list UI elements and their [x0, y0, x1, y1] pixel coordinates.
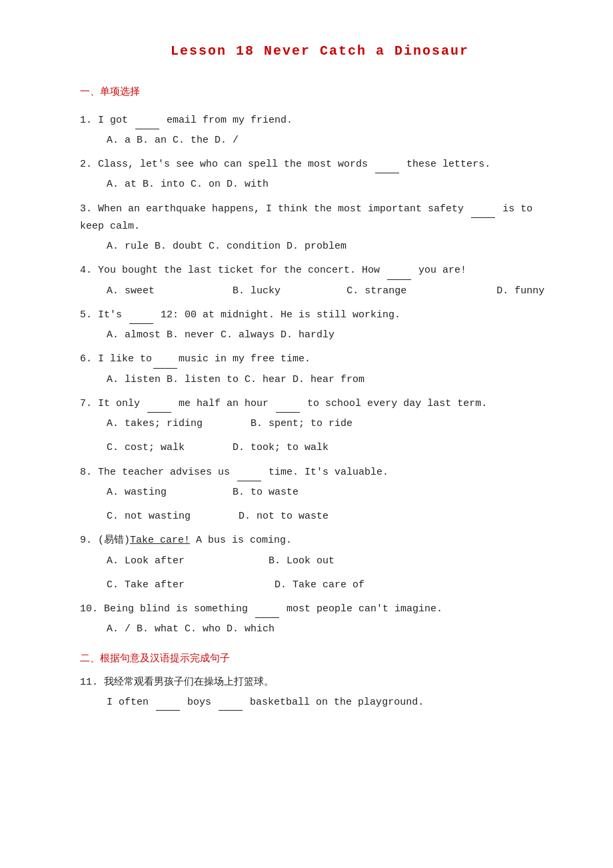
- q2-blank: [375, 163, 399, 173]
- q7-spacer2: [191, 442, 227, 453]
- q2-pre: 2. Class, let's see who can spell the mo…: [80, 159, 368, 170]
- q8-opt-c: C. not wasting: [107, 511, 191, 522]
- q8-text: 8. The teacher advises us time. It's val…: [80, 464, 560, 481]
- q9-options-ab: A. Look after B. Look out: [107, 553, 560, 570]
- q4-spacer3: [412, 285, 490, 297]
- question-3: 3. When an earthquake happens, I think t…: [80, 201, 560, 256]
- question-9: 9. (易错)Take care! A bus is coming. A. Lo…: [80, 532, 560, 594]
- q8-options-cd: C. not wasting D. not to waste: [107, 508, 560, 525]
- q7-mid: me half an hour: [179, 398, 269, 409]
- q4-post: you are!: [418, 265, 466, 276]
- q7-opt-a: A. takes; riding: [107, 418, 203, 429]
- question-4: 4. You bought the last ticket for the co…: [80, 262, 560, 300]
- q6-blank: [153, 359, 177, 369]
- q4-blank: [387, 270, 411, 280]
- q10-blank: [255, 608, 279, 618]
- question-7: 7. It only me half an hour to school eve…: [80, 395, 560, 457]
- q2-options: A. at B. into C. on D. with: [107, 176, 560, 193]
- q4-opt-d: D. funny: [496, 285, 544, 297]
- q11-pre: I often: [107, 697, 149, 708]
- question-6: 6. I like tomusic in my free time. A. li…: [80, 351, 560, 389]
- q10-text: 10. Being blind is something most people…: [80, 601, 560, 618]
- section2-header: 二、根据句意及汉语提示完成句子: [80, 651, 560, 668]
- q8-post: time. It's valuable.: [269, 467, 388, 478]
- q4-spacer2: [287, 285, 340, 297]
- q1-blank: [135, 119, 159, 129]
- q3-blank: [471, 208, 495, 218]
- q2-post: these letters.: [406, 159, 490, 170]
- q9-spacer2: [191, 579, 269, 591]
- q4-opt-c: C. strange: [346, 285, 406, 297]
- q9-opt-c: C. Take after: [107, 579, 185, 591]
- q9-opt-a: A. Look after: [107, 555, 185, 567]
- q6-text: 6. I like tomusic in my free time.: [80, 351, 560, 368]
- q4-opt-b: B. lucky: [233, 285, 281, 297]
- q8-opt-a: A. wasting: [107, 487, 167, 498]
- q1-number: 1. I got: [80, 115, 128, 126]
- q8-opt-b: B. to waste: [233, 487, 299, 498]
- q4-spacer1: [161, 285, 227, 297]
- q5-post: 12: 00 at midnight. He is still working.: [161, 309, 400, 321]
- q3-options: A. rule B. doubt C. condition D. problem: [107, 238, 560, 255]
- q9-options-cd: C. Take after D. Take care of: [107, 577, 560, 594]
- q6-pre: 6. I like to: [80, 353, 152, 365]
- q7-opt-b: B. spent; to ride: [251, 418, 352, 429]
- q7-spacer1: [209, 418, 245, 429]
- q9-opt-b: B. Look out: [269, 555, 334, 567]
- q1-text: 1. I got email from my friend.: [80, 112, 560, 129]
- q11-post: basketball on the playground.: [250, 697, 424, 708]
- q6-options: A. listen B. listen to C. hear D. hear f…: [107, 371, 560, 389]
- q8-blank: [237, 471, 261, 481]
- q9-underline: Take care!: [130, 535, 190, 546]
- q7-blank1: [147, 403, 171, 413]
- q7-options-ab: A. takes; riding B. spent; to ride: [107, 415, 560, 433]
- section1-header: 一、单项选择: [80, 84, 560, 101]
- q9-paren: 9. (易错): [80, 535, 130, 546]
- q9-spacer1: [191, 555, 263, 567]
- page-title: Lesson 18 Never Catch a Dinosaur: [80, 40, 560, 63]
- q4-options-ab: A. sweet B. lucky C. strange D. funny: [107, 283, 560, 300]
- q4-opt-a: A. sweet: [107, 285, 155, 297]
- q11-blank1: [156, 701, 180, 711]
- q10-post: most people can't imagine.: [287, 603, 442, 615]
- q10-options: A. / B. what C. who D. which: [107, 621, 560, 638]
- question-1: 1. I got email from my friend. A. a B. a…: [80, 112, 560, 150]
- q1-options: A. a B. an C. the D. /: [107, 132, 560, 149]
- q7-options-cd: C. cost; walk D. took; to walk: [107, 439, 560, 457]
- q3-pre: 3. When an earthquake happens, I think t…: [80, 203, 464, 215]
- q7-post: to school every day last term.: [307, 398, 487, 409]
- question-8: 8. The teacher advises us time. It's val…: [80, 464, 560, 526]
- q7-blank2: [276, 403, 300, 413]
- q1-rest: email from my friend.: [167, 115, 293, 126]
- q9-opt-d: D. Take care of: [275, 579, 364, 591]
- question-2: 2. Class, let's see who can spell the mo…: [80, 156, 560, 194]
- question-5: 5. It's 12: 00 at midnight. He is still …: [80, 307, 560, 345]
- question-11: 11. 我经常观看男孩子们在操场上打篮球。 I often boys baske…: [80, 674, 560, 711]
- q11-english: I often boys basketball on the playgroun…: [107, 694, 560, 711]
- q2-text: 2. Class, let's see who can spell the mo…: [80, 156, 560, 173]
- question-10: 10. Being blind is something most people…: [80, 601, 560, 639]
- q6-post: music in my free time.: [179, 353, 310, 365]
- q8-spacer2: [197, 511, 233, 522]
- q5-text: 5. It's 12: 00 at midnight. He is still …: [80, 307, 560, 324]
- q8-spacer1: [173, 487, 227, 498]
- q8-options-ab: A. wasting B. to waste: [107, 484, 560, 501]
- q11-chinese: 11. 我经常观看男孩子们在操场上打篮球。: [80, 674, 560, 691]
- q8-pre: 8. The teacher advises us: [80, 467, 230, 478]
- q5-pre: 5. It's: [80, 309, 122, 321]
- q9-post: A bus is coming.: [190, 535, 292, 546]
- q7-text: 7. It only me half an hour to school eve…: [80, 395, 560, 413]
- q3-text: 3. When an earthquake happens, I think t…: [80, 201, 560, 236]
- q5-blank: [129, 314, 153, 324]
- q9-text: 9. (易错)Take care! A bus is coming.: [80, 532, 560, 549]
- q11-blank2: [219, 701, 243, 711]
- q7-opt-d: D. took; to walk: [233, 442, 328, 453]
- q7-opt-c: C. cost; walk: [107, 442, 185, 453]
- q8-opt-d: D. not to waste: [239, 511, 328, 522]
- q4-pre: 4. You bought the last ticket for the co…: [80, 265, 380, 276]
- q5-options: A. almost B. never C. always D. hardly: [107, 327, 560, 344]
- q10-pre: 10. Being blind is something: [80, 603, 248, 615]
- q7-pre: 7. It only: [80, 398, 140, 409]
- q11-mid: boys: [187, 697, 211, 708]
- q4-text: 4. You bought the last ticket for the co…: [80, 262, 560, 279]
